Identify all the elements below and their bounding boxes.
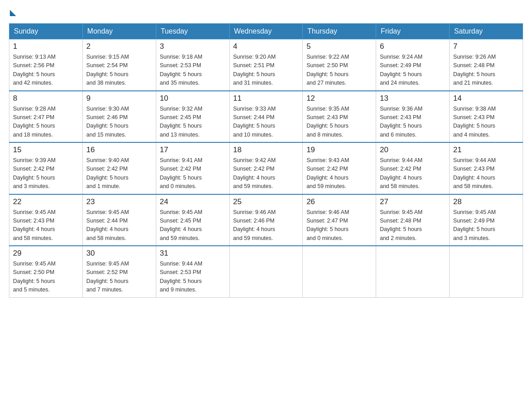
day-number: 7 [453,42,519,51]
day-cell: 14Sunrise: 9:38 AMSunset: 2:43 PMDayligh… [450,91,523,143]
day-cell: 3Sunrise: 9:18 AMSunset: 2:53 PMDaylight… [156,39,229,91]
day-cell: 23Sunrise: 9:45 AMSunset: 2:44 PMDayligh… [82,194,156,246]
day-cell: 17Sunrise: 9:41 AMSunset: 2:42 PMDayligh… [156,142,229,194]
day-info: Sunrise: 9:20 AMSunset: 2:51 PMDaylight:… [233,53,299,88]
day-info: Sunrise: 9:28 AMSunset: 2:47 PMDaylight:… [13,105,79,140]
day-info: Sunrise: 9:39 AMSunset: 2:42 PMDaylight:… [13,156,79,191]
day-info: Sunrise: 9:18 AMSunset: 2:53 PMDaylight:… [160,53,226,88]
day-info: Sunrise: 9:45 AMSunset: 2:52 PMDaylight:… [86,260,152,295]
day-info: Sunrise: 9:40 AMSunset: 2:42 PMDaylight:… [86,156,152,191]
day-info: Sunrise: 9:13 AMSunset: 2:56 PMDaylight:… [13,53,79,88]
col-header-saturday: Saturday [450,24,523,39]
day-number: 26 [306,197,372,206]
day-info: Sunrise: 9:46 AMSunset: 2:47 PMDaylight:… [306,208,372,243]
day-info: Sunrise: 9:30 AMSunset: 2:46 PMDaylight:… [86,105,152,140]
day-info: Sunrise: 9:26 AMSunset: 2:48 PMDaylight:… [453,53,519,88]
day-number: 12 [306,94,372,103]
day-number: 18 [233,146,299,154]
day-number: 5 [306,42,372,51]
day-cell: 13Sunrise: 9:36 AMSunset: 2:43 PMDayligh… [376,91,450,143]
day-info: Sunrise: 9:44 AMSunset: 2:43 PMDaylight:… [453,156,519,191]
calendar-table: SundayMondayTuesdayWednesdayThursdayFrid… [9,23,523,298]
day-cell: 22Sunrise: 9:45 AMSunset: 2:43 PMDayligh… [9,194,83,246]
day-cell [303,246,376,297]
day-number: 30 [86,249,152,258]
day-info: Sunrise: 9:33 AMSunset: 2:44 PMDaylight:… [233,105,299,140]
day-number: 27 [380,197,446,206]
day-number: 4 [233,42,299,51]
day-cell: 6Sunrise: 9:24 AMSunset: 2:49 PMDaylight… [376,39,450,91]
day-cell: 26Sunrise: 9:46 AMSunset: 2:47 PMDayligh… [303,194,376,246]
logo [9,9,16,14]
day-number: 22 [13,197,79,206]
day-number: 13 [380,94,446,103]
day-number: 20 [380,146,446,154]
day-number: 19 [306,146,372,154]
day-number: 29 [13,249,79,258]
day-info: Sunrise: 9:44 AMSunset: 2:53 PMDaylight:… [160,260,226,295]
day-cell: 27Sunrise: 9:45 AMSunset: 2:48 PMDayligh… [376,194,450,246]
day-cell: 9Sunrise: 9:30 AMSunset: 2:46 PMDaylight… [82,91,156,143]
logo-arrow-icon [10,10,16,16]
day-cell: 11Sunrise: 9:33 AMSunset: 2:44 PMDayligh… [229,91,303,143]
day-cell: 2Sunrise: 9:15 AMSunset: 2:54 PMDaylight… [82,39,156,91]
day-number: 6 [380,42,446,51]
day-info: Sunrise: 9:44 AMSunset: 2:42 PMDaylight:… [380,156,446,191]
day-number: 23 [86,197,152,206]
day-info: Sunrise: 9:32 AMSunset: 2:45 PMDaylight:… [160,105,226,140]
day-number: 11 [233,94,299,103]
day-info: Sunrise: 9:38 AMSunset: 2:43 PMDaylight:… [453,105,519,140]
col-header-wednesday: Wednesday [229,24,303,39]
day-info: Sunrise: 9:45 AMSunset: 2:45 PMDaylight:… [160,208,226,243]
day-info: Sunrise: 9:45 AMSunset: 2:48 PMDaylight:… [380,208,446,243]
day-cell: 15Sunrise: 9:39 AMSunset: 2:42 PMDayligh… [9,142,83,194]
day-info: Sunrise: 9:36 AMSunset: 2:43 PMDaylight:… [380,105,446,140]
day-number: 15 [13,146,79,154]
day-info: Sunrise: 9:24 AMSunset: 2:49 PMDaylight:… [380,53,446,88]
col-header-tuesday: Tuesday [156,24,229,39]
day-info: Sunrise: 9:22 AMSunset: 2:50 PMDaylight:… [306,53,372,88]
day-cell: 19Sunrise: 9:43 AMSunset: 2:42 PMDayligh… [303,142,376,194]
week-row-2: 8Sunrise: 9:28 AMSunset: 2:47 PMDaylight… [9,91,523,143]
day-cell [376,246,450,297]
day-number: 8 [13,94,79,103]
day-number: 3 [160,42,226,51]
day-number: 17 [160,146,226,154]
day-info: Sunrise: 9:35 AMSunset: 2:43 PMDaylight:… [306,105,372,140]
col-header-friday: Friday [376,24,450,39]
day-number: 24 [160,197,226,206]
day-cell [450,246,523,297]
day-number: 1 [13,42,79,51]
day-number: 14 [453,94,519,103]
day-info: Sunrise: 9:42 AMSunset: 2:42 PMDaylight:… [233,156,299,191]
day-number: 16 [86,146,152,154]
day-number: 21 [453,146,519,154]
day-info: Sunrise: 9:15 AMSunset: 2:54 PMDaylight:… [86,53,152,88]
day-info: Sunrise: 9:43 AMSunset: 2:42 PMDaylight:… [306,156,372,191]
day-cell: 24Sunrise: 9:45 AMSunset: 2:45 PMDayligh… [156,194,229,246]
day-cell: 29Sunrise: 9:45 AMSunset: 2:50 PMDayligh… [9,246,83,297]
day-cell: 8Sunrise: 9:28 AMSunset: 2:47 PMDaylight… [9,91,83,143]
day-number: 28 [453,197,519,206]
col-header-thursday: Thursday [303,24,376,39]
day-cell: 1Sunrise: 9:13 AMSunset: 2:56 PMDaylight… [9,39,83,91]
day-cell: 7Sunrise: 9:26 AMSunset: 2:48 PMDaylight… [450,39,523,91]
day-cell: 20Sunrise: 9:44 AMSunset: 2:42 PMDayligh… [376,142,450,194]
day-number: 31 [160,249,226,258]
week-row-3: 15Sunrise: 9:39 AMSunset: 2:42 PMDayligh… [9,142,523,194]
day-info: Sunrise: 9:46 AMSunset: 2:46 PMDaylight:… [233,208,299,243]
day-number: 10 [160,94,226,103]
col-header-monday: Monday [82,24,156,39]
day-info: Sunrise: 9:45 AMSunset: 2:50 PMDaylight:… [13,260,79,295]
day-cell: 28Sunrise: 9:45 AMSunset: 2:49 PMDayligh… [450,194,523,246]
day-cell: 16Sunrise: 9:40 AMSunset: 2:42 PMDayligh… [82,142,156,194]
day-info: Sunrise: 9:45 AMSunset: 2:44 PMDaylight:… [86,208,152,243]
week-row-1: 1Sunrise: 9:13 AMSunset: 2:56 PMDaylight… [9,39,523,91]
day-number: 2 [86,42,152,51]
day-cell: 4Sunrise: 9:20 AMSunset: 2:51 PMDaylight… [229,39,303,91]
day-cell: 5Sunrise: 9:22 AMSunset: 2:50 PMDaylight… [303,39,376,91]
day-cell: 30Sunrise: 9:45 AMSunset: 2:52 PMDayligh… [82,246,156,297]
calendar-header-row: SundayMondayTuesdayWednesdayThursdayFrid… [9,24,523,39]
day-cell [229,246,303,297]
logo-text [9,9,16,16]
